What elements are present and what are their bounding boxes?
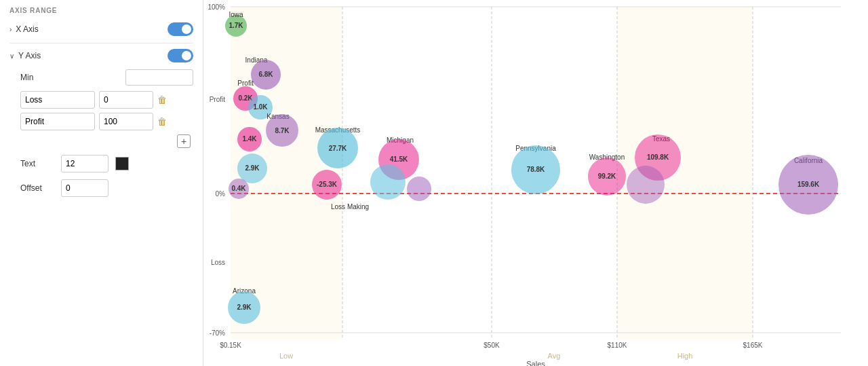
offset-input[interactable] <box>61 179 108 197</box>
loss-range-row: 🗑 <box>9 91 193 109</box>
y-axis-label: Y Axis <box>18 51 41 60</box>
offset-label: Offset <box>20 183 54 193</box>
text-size-input[interactable] <box>61 155 108 172</box>
bubble-wash-val: 99.2K <box>598 172 616 180</box>
bubble-29k-val: 2.9K <box>245 164 260 172</box>
x-tick-50k: $50K <box>484 342 500 349</box>
min-row: Min <box>9 69 193 86</box>
x-tick-165k: $165K <box>743 342 763 349</box>
x-tick-110k: $110K <box>608 342 627 349</box>
bubble-indiana-val: 6.8K <box>258 71 273 78</box>
bubble-253k-val: -25.3K <box>317 181 338 188</box>
y-tick-0: 0% <box>216 190 226 198</box>
y-axis-row: ∨ Y Axis <box>9 49 193 62</box>
bubble-iowa-val: 1.7K <box>229 22 243 29</box>
text-color-swatch[interactable] <box>115 157 129 170</box>
bubble-arizona-val: 2.9K <box>237 304 252 311</box>
y-axis-chevron: ∨ <box>9 52 14 60</box>
panel-title: AXIS RANGE <box>9 7 193 14</box>
min-input[interactable] <box>125 69 193 86</box>
bubble-texas-2[interactable] <box>627 166 665 204</box>
text-row: Text <box>9 155 193 172</box>
band-low: Low <box>279 352 293 360</box>
bubble-iowa-state: Iowa <box>229 11 243 18</box>
y-axis-toggle[interactable] <box>167 49 193 62</box>
bubble-cali-val: 159.6K <box>797 181 820 188</box>
y-label-profit: Profit <box>210 96 226 103</box>
x-axis-row: › X Axis <box>9 22 193 36</box>
y-tick-100: 100% <box>208 3 225 11</box>
band-avg: Avg <box>548 352 561 360</box>
bubble-kansas-val: 8.7K <box>275 127 290 134</box>
y-axis-toggle-label[interactable]: ∨ Y Axis <box>9 51 41 60</box>
y-tick-70: -70% <box>210 329 225 337</box>
y-axis-section: Min 🗑 🗑 + Text Offset <box>9 69 193 197</box>
x-tick-015k: $0.15K <box>220 342 241 349</box>
y-label-loss: Loss <box>211 259 225 266</box>
x-axis-chevron: › <box>9 26 12 33</box>
bubble-14k-val: 1.4K <box>242 135 257 143</box>
add-range-button[interactable]: + <box>177 134 191 148</box>
min-label: Min <box>20 73 33 82</box>
loss-name-input[interactable] <box>20 91 95 109</box>
bubble-michigan-2[interactable] <box>370 164 406 200</box>
profit-name-input[interactable] <box>20 113 95 130</box>
text-label: Text <box>20 159 54 168</box>
bubble-profit-state: Profit <box>237 79 254 87</box>
x-axis-toggle-label[interactable]: › X Axis <box>9 24 39 34</box>
chart-area: 100% 0% -70% Profit Loss $0.15K $50K $11… <box>203 0 868 366</box>
chart-svg: 100% 0% -70% Profit Loss $0.15K $50K $11… <box>203 0 868 366</box>
profit-delete-icon[interactable]: 🗑 <box>157 116 167 127</box>
bubble-michigan-val: 41.5K <box>390 155 408 163</box>
profit-value-input[interactable] <box>99 113 153 130</box>
profit-range-row: 🗑 <box>9 113 193 130</box>
bubble-04k-val: 0.4K <box>231 185 246 192</box>
loss-making-label: Loss Making <box>331 203 369 211</box>
x-axis-toggle[interactable] <box>167 22 193 36</box>
add-range-row: + <box>9 134 193 148</box>
bubble-penn-val: 78.8K <box>527 166 545 173</box>
bubble-mass-val: 27.7K <box>329 145 347 152</box>
band-high: High <box>677 352 693 360</box>
axis-range-panel: AXIS RANGE › X Axis ∨ Y Axis Min 🗑 <box>0 0 203 366</box>
bubble-texas-val: 109.8K <box>647 153 669 161</box>
bubble-1k-val: 1.0K <box>253 103 268 111</box>
bubble-michigan-3[interactable] <box>407 177 431 201</box>
x-axis-title: Sales <box>526 360 545 366</box>
x-axis-label: X Axis <box>16 24 38 34</box>
loss-delete-icon[interactable]: 🗑 <box>157 94 167 105</box>
loss-value-input[interactable] <box>99 91 153 109</box>
offset-row: Offset <box>9 179 193 197</box>
